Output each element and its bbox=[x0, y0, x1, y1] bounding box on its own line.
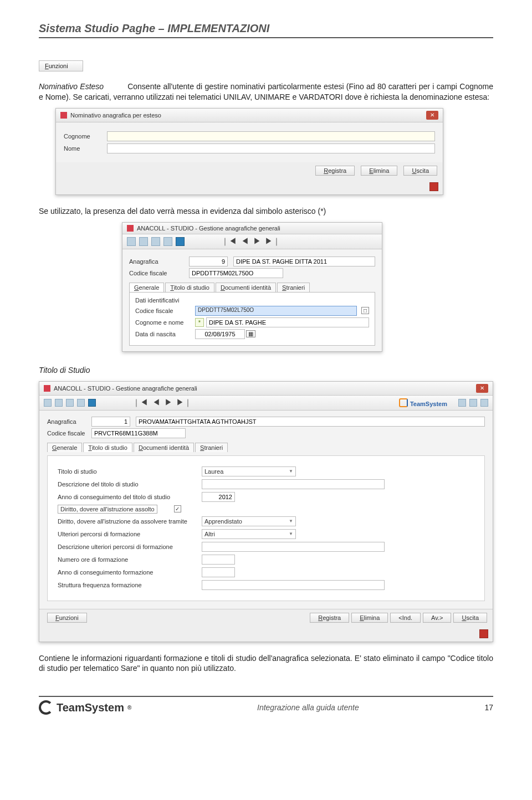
term-nominativo-esteso: Nominativo Esteso bbox=[39, 82, 104, 91]
toolbar-icon[interactable] bbox=[77, 399, 85, 407]
cognome-nome-input[interactable] bbox=[206, 317, 369, 327]
help-icon[interactable] bbox=[176, 237, 185, 246]
tab-generale[interactable]: Generale bbox=[129, 283, 164, 292]
window-anacoll-preview: ANACOLL - STUDIO - Gestione anagrafiche … bbox=[122, 222, 382, 352]
dialog-nominativo-esteso: Nominativo anagrafica per esteso ✕ Cogno… bbox=[55, 108, 443, 195]
nome-input[interactable] bbox=[107, 143, 435, 153]
anagrafica-label: Anagrafica bbox=[47, 418, 91, 425]
struttura-formazione-label: Struttura frequenza formazione bbox=[58, 582, 202, 588]
group-title: Dati identificativi bbox=[135, 297, 369, 304]
toolbar-icon[interactable] bbox=[55, 399, 63, 407]
anno-formazione-input[interactable] bbox=[202, 567, 235, 577]
anagrafica-id-input[interactable] bbox=[91, 417, 130, 427]
numero-ore-input[interactable] bbox=[202, 555, 235, 565]
numero-ore-label: Numero ore di formazione bbox=[58, 556, 202, 563]
ulteriori-percorsi-select[interactable]: Altri bbox=[202, 529, 296, 539]
toolbar-icon[interactable] bbox=[66, 399, 74, 407]
section-heading-titolo-di-studio: Titolo di Studio bbox=[39, 365, 493, 376]
uscita-button[interactable]: Uscita bbox=[453, 613, 487, 623]
teamsystem-footer-logo: TeamSystem® bbox=[39, 700, 131, 715]
paragraph-asterisk: Se utilizzato, la presenza del dato verr… bbox=[39, 206, 493, 217]
footer-center-text: Integrazione alla guida utente bbox=[131, 703, 484, 712]
app-icon bbox=[60, 112, 67, 119]
titlebar: Nominativo anagrafica per esteso ✕ bbox=[56, 109, 443, 122]
tab-stranieri[interactable]: Stranieri bbox=[277, 283, 310, 292]
paragraph-titolo-description: Contiene le informazioni riguardanti for… bbox=[39, 653, 493, 674]
titolo-studio-select[interactable]: Laurea bbox=[202, 466, 296, 476]
uscita-button[interactable]: Uscita bbox=[403, 166, 437, 176]
toolbar-icon[interactable] bbox=[469, 399, 477, 407]
ulteriori-percorsi-label: Ulteriori percorsi di formazione bbox=[58, 531, 202, 537]
tab-documenti[interactable]: Documenti identità bbox=[134, 443, 194, 452]
av-button[interactable]: Av.> bbox=[423, 613, 451, 623]
cf2-label: Codice fiscale bbox=[135, 307, 195, 314]
tab-generale[interactable]: Generale bbox=[47, 443, 82, 452]
window-title: Nominativo anagrafica per esteso bbox=[70, 112, 161, 119]
cognome-nome-label: Cognome e nome bbox=[135, 319, 195, 326]
registra-button[interactable]: Registra bbox=[315, 166, 355, 176]
toolbar-icon[interactable] bbox=[127, 237, 136, 246]
error-indicator-icon bbox=[429, 182, 438, 191]
anno-conseguimento-input[interactable] bbox=[202, 492, 235, 502]
window-anacoll-titolo: ANACOLL - STUDIO - Gestione anagrafiche … bbox=[39, 381, 493, 642]
cf-label: Codice fiscale bbox=[129, 270, 189, 276]
descrizione-titolo-input[interactable] bbox=[202, 479, 385, 489]
page-number: 17 bbox=[484, 703, 493, 712]
anagrafica-id-input[interactable] bbox=[189, 257, 228, 266]
elimina-button[interactable]: Elimina bbox=[361, 166, 397, 176]
tab-stranieri[interactable]: Stranieri bbox=[195, 443, 228, 452]
toolbar-icon[interactable] bbox=[480, 399, 488, 407]
data-nascita-label: Data di nascita bbox=[135, 331, 195, 337]
error-indicator-icon bbox=[479, 629, 488, 638]
data-nascita-input[interactable] bbox=[195, 329, 245, 339]
app-icon bbox=[44, 385, 50, 392]
toolbar: ｜◀ ◀ ▶ ▶｜ bbox=[122, 234, 382, 249]
doc-header: Sistema Studio Paghe – IMPLEMENTAZIONI bbox=[39, 22, 493, 38]
toolbar-icon[interactable] bbox=[163, 237, 172, 246]
anagrafica-label: Anagrafica bbox=[129, 258, 189, 265]
descrizione-ulteriori-input[interactable] bbox=[202, 542, 385, 552]
teamsystem-logo: TeamSystem bbox=[399, 398, 447, 407]
window-title: ANACOLL - STUDIO - Gestione anagrafiche … bbox=[137, 225, 280, 232]
cf-input[interactable] bbox=[189, 268, 283, 278]
elimina-button[interactable]: Elimina bbox=[351, 613, 388, 623]
tab-titolo-studio[interactable]: Titolo di studio bbox=[165, 283, 214, 292]
diritto-tramite-label: Diritto, dovere all'istruzione da assolv… bbox=[58, 518, 202, 525]
struttura-formazione-input[interactable] bbox=[202, 580, 385, 590]
descrizione-titolo-label: Descrizione del titolo di studio bbox=[58, 481, 202, 488]
funzioni-button[interactable]: Funzioni bbox=[47, 613, 87, 623]
anno-conseguimento-label: Anno di conseguimento del titolo di stud… bbox=[58, 494, 202, 500]
paragraph-nominativo: Nominativo Esteso Consente all'utente di… bbox=[39, 81, 493, 102]
close-icon[interactable]: ✕ bbox=[426, 111, 438, 120]
funzioni-button[interactable]: FFunzioniunzioni bbox=[39, 60, 83, 71]
nome-label: Nome bbox=[64, 145, 107, 152]
asterisk-indicator: * bbox=[195, 318, 204, 327]
diritto-tramite-select[interactable]: Apprendistato bbox=[202, 516, 296, 526]
anno-formazione-label: Anno di conseguimento formazione bbox=[58, 569, 202, 576]
toolbar-icon[interactable] bbox=[151, 237, 160, 246]
toolbar-icon[interactable] bbox=[458, 399, 466, 407]
anagrafica-desc-input[interactable] bbox=[136, 417, 485, 427]
close-icon[interactable]: ✕ bbox=[476, 384, 488, 393]
diritto-assolto-label: Diritto, dovere all'istruzione assolto bbox=[58, 505, 157, 514]
tab-documenti[interactable]: Documenti identità bbox=[216, 283, 276, 292]
toolbar-icon[interactable] bbox=[139, 237, 148, 246]
descrizione-ulteriori-label: Descrizione ulteriori percorsi di formaz… bbox=[58, 543, 202, 550]
tab-titolo-studio[interactable]: Titolo di studio bbox=[83, 443, 132, 452]
window-title: ANACOLL - STUDIO - Gestione anagrafiche … bbox=[54, 385, 197, 392]
anagrafica-desc-input[interactable] bbox=[233, 257, 375, 266]
cognome-label: Cognome bbox=[64, 133, 107, 140]
registra-button[interactable]: Registra bbox=[310, 613, 349, 623]
cf-label: Codice fiscale bbox=[47, 430, 91, 437]
cf-input[interactable] bbox=[91, 428, 186, 438]
nav-controls[interactable]: ｜◀ ◀ ▶ ▶｜ bbox=[221, 237, 280, 247]
toolbar-icon[interactable] bbox=[44, 399, 52, 407]
inline-icon[interactable]: □ bbox=[361, 307, 369, 314]
date-picker-icon[interactable]: ▦ bbox=[246, 330, 255, 337]
app-icon bbox=[127, 225, 134, 232]
cognome-input[interactable] bbox=[107, 131, 435, 141]
diritto-assolto-checkbox[interactable] bbox=[174, 505, 181, 512]
help-icon[interactable] bbox=[88, 399, 96, 407]
cf2-input[interactable]: DPDDTT75M02L750O bbox=[195, 306, 357, 316]
ind-button[interactable]: <Ind. bbox=[390, 613, 421, 623]
